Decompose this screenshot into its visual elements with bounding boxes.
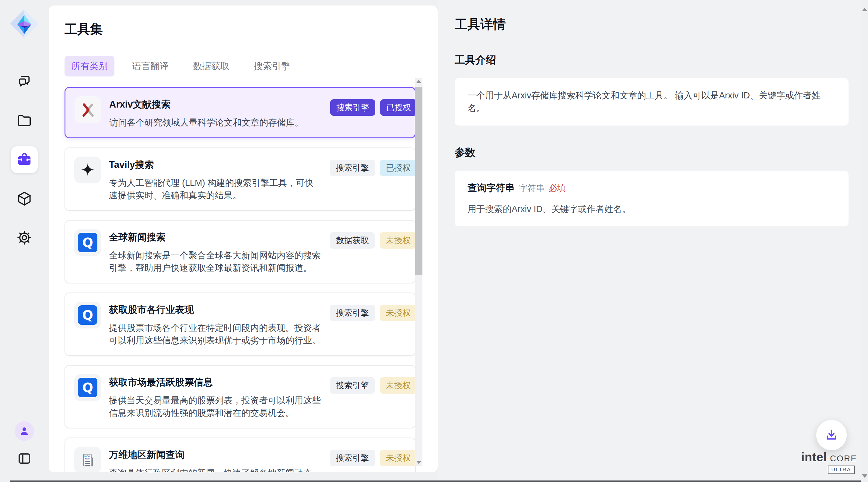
sidebar-item-tools[interactable]: [11, 146, 38, 173]
param-box: 查询字符串 字符串 必填 用于搜索的Arxiv ID、关键字或作者姓名。: [455, 171, 848, 226]
collapse-panel-button[interactable]: [14, 449, 34, 468]
status-badge: 未授权: [380, 232, 417, 249]
tavily-star-icon: ✦: [74, 157, 101, 183]
category-tabs: 所有类别 语言翻译 数据获取 搜索引擎: [64, 56, 438, 77]
params-heading: 参数: [455, 146, 848, 160]
tool-card-list: Arxiv文献搜索 访问各个研究领域大量科学论文和文章的存储库。 搜索引擎 已授…: [64, 87, 416, 472]
scrollbar-thumb[interactable]: [415, 87, 423, 275]
scroll-down-arrow-icon[interactable]: [416, 461, 422, 464]
sidebar-item-files[interactable]: [11, 107, 38, 134]
svg-text:LOCAL: LOCAL: [84, 455, 91, 457]
window-scroll-down-icon[interactable]: [862, 474, 867, 478]
tool-card-local-news[interactable]: LOCAL NEW 万维地区新闻查询 查询具体行政区划内的新闻，快速了解各地新闻…: [64, 437, 416, 472]
stock-q-icon: Q: [74, 302, 101, 329]
cube-icon: [16, 191, 33, 207]
intro-heading: 工具介绍: [455, 53, 848, 67]
core-logo-text: core: [830, 450, 857, 464]
svg-text:NEW: NEW: [85, 458, 90, 460]
category-badge: 搜索引擎: [330, 377, 375, 394]
tool-card-global-news[interactable]: Q 全球新闻搜索 全球新闻搜索是一个聚合全球各大新闻网站内容的搜索引擎，帮助用户…: [64, 220, 416, 283]
toolset-title: 工具集: [64, 22, 438, 36]
taskbar-edge: [10, 480, 861, 482]
tab-search-engine[interactable]: 搜索引擎: [247, 56, 297, 77]
stock-q-icon: Q: [74, 374, 101, 401]
news-search-q-icon: Q: [74, 229, 101, 256]
tool-card-description: 全球新闻搜索是一个聚合全球各大新闻网站内容的搜索引擎，帮助用户快速获取全球最新资…: [109, 249, 322, 274]
tool-card-description: 提供股票市场各个行业在特定时间段内的表现。投资者可以利用这些信息来识别表现优于或…: [109, 322, 322, 347]
chat-icon: [16, 74, 33, 90]
tool-details-panel: 工具详情 工具介绍 一个用于从Arxiv存储库搜索科学论文和文章的工具。 输入可…: [438, 0, 861, 480]
scroll-up-arrow-icon[interactable]: [416, 80, 422, 83]
sidebar-bottom: [14, 421, 34, 468]
tool-card-description: 查询具体行政区划内的新闻，快速了解各地新闻动态。: [109, 467, 322, 472]
toolset-panel: 工具集 所有类别 语言翻译 数据获取 搜索引擎 Arxiv文献搜索 访问各个研究…: [49, 5, 438, 472]
arxiv-icon: [74, 96, 101, 123]
intel-logo-text: intel: [801, 450, 827, 464]
status-badge: 已授权: [380, 99, 417, 116]
tool-card-title: 获取股市各行业表现: [109, 304, 322, 316]
tool-card-title: Tavily搜索: [109, 159, 322, 171]
tool-card-description: 专为人工智能代理 (LLM) 构建的搜索引擎工具，可快速提供实时、准确和真实的结…: [109, 177, 322, 202]
tool-card-active-stocks[interactable]: Q 获取市场最活跃股票信息 提供当天交易量最高的股票列表，投资者可以利用这些信息…: [64, 365, 416, 428]
param-description: 用于搜索的Arxiv ID、关键字或作者姓名。: [467, 203, 836, 216]
gear-icon: [16, 229, 33, 246]
tool-card-tavily[interactable]: ✦ Tavily搜索 专为人工智能代理 (LLM) 构建的搜索引擎工具，可快速提…: [64, 147, 416, 211]
param-type: 字符串: [519, 182, 545, 195]
status-badge: 未授权: [380, 450, 417, 466]
sidebar-nav: [11, 68, 38, 251]
tool-card-description: 访问各个研究领域大量科学论文和文章的存储库。: [109, 116, 322, 129]
category-badge: 搜索引擎: [330, 160, 375, 176]
user-avatar[interactable]: [14, 421, 34, 441]
sidebar-panel-icon: [17, 451, 32, 466]
category-badge: 数据获取: [330, 232, 375, 249]
tool-card-title: 万维地区新闻查询: [109, 449, 322, 461]
param-name: 查询字符串: [467, 181, 515, 194]
tab-data-fetch[interactable]: 数据获取: [186, 56, 236, 77]
intro-text: 一个用于从Arxiv存储库搜索科学论文和文章的工具。 输入可以是Arxiv ID…: [467, 90, 820, 113]
download-icon: [825, 428, 838, 442]
tab-all-categories[interactable]: 所有类别: [64, 56, 115, 77]
status-badge: 未授权: [380, 305, 417, 321]
intel-core-badge: intel core ULTRA: [802, 450, 856, 474]
tool-card-title: Arxiv文献搜索: [109, 98, 322, 111]
sidebar-item-settings[interactable]: [11, 224, 38, 251]
tool-card-title: 全球新闻搜索: [109, 231, 322, 244]
sidebar-item-chat[interactable]: [11, 68, 38, 95]
toolbox-icon: [16, 151, 33, 168]
status-badge: 已授权: [380, 160, 417, 176]
window-scrollbar[interactable]: [861, 0, 868, 482]
sidebar: [0, 0, 49, 480]
app-logo-icon: [8, 8, 40, 39]
intro-box: 一个用于从Arxiv存储库搜索科学论文和文章的工具。 输入可以是Arxiv ID…: [455, 78, 848, 125]
details-title: 工具详情: [455, 16, 848, 33]
ultra-label: ULTRA: [828, 465, 855, 474]
category-badge: 搜索引擎: [330, 99, 375, 116]
tool-card-arxiv[interactable]: Arxiv文献搜索 访问各个研究领域大量科学论文和文章的存储库。 搜索引擎 已授…: [64, 87, 416, 138]
sidebar-item-packages[interactable]: [11, 185, 38, 212]
local-news-icon: LOCAL NEW: [74, 447, 101, 472]
download-button[interactable]: [816, 420, 847, 450]
person-icon: [18, 425, 30, 437]
status-badge: 未授权: [380, 377, 417, 394]
category-badge: 搜索引擎: [330, 450, 375, 466]
folder-icon: [16, 112, 33, 129]
window-scroll-up-icon[interactable]: [862, 8, 867, 11]
tool-list-scrollbar[interactable]: [415, 78, 423, 466]
tool-card-description: 提供当天交易量最高的股票列表，投资者可以利用这些信息来识别流动性强的股票和潜在的…: [109, 394, 322, 419]
tool-card-sector-performance[interactable]: Q 获取股市各行业表现 提供股票市场各个行业在特定时间段内的表现。投资者可以利用…: [64, 292, 416, 356]
param-required-badge: 必填: [549, 182, 566, 195]
tool-card-title: 获取市场最活跃股票信息: [109, 376, 322, 389]
category-badge: 搜索引擎: [330, 305, 375, 321]
tab-translation[interactable]: 语言翻译: [125, 56, 175, 77]
